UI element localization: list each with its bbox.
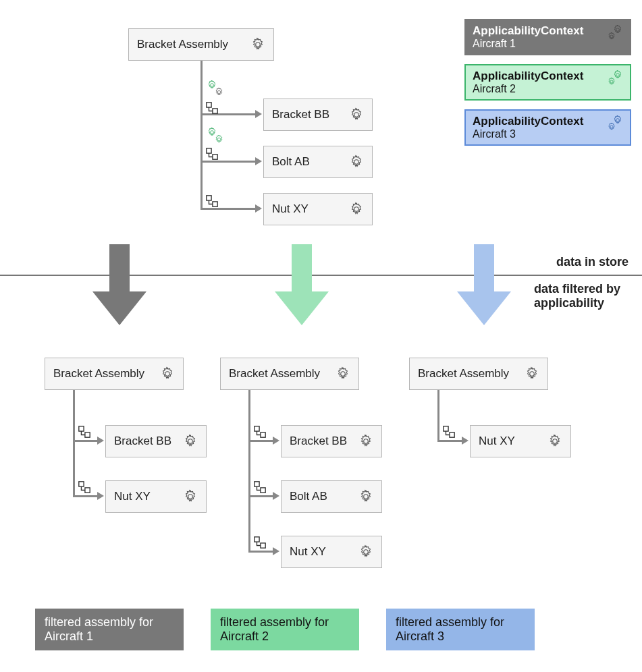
filtered1-child: Bracket BB xyxy=(105,425,207,457)
connector xyxy=(248,551,274,553)
arrow-icon xyxy=(273,492,279,500)
connector xyxy=(437,440,463,442)
caption-aircraft2: filtered assembly for Aircraft 2 xyxy=(211,609,359,650)
connector xyxy=(200,161,257,163)
filtered3-root: Bracket Assembly xyxy=(409,358,548,390)
double-gear-icon xyxy=(604,24,623,42)
child-label: Bracket BB xyxy=(272,108,349,121)
connector xyxy=(248,440,274,442)
context-sub: Aircraft 2 xyxy=(473,83,583,95)
filtered1-root: Bracket Assembly xyxy=(45,358,184,390)
double-gear-icon xyxy=(604,115,623,132)
context-title: ApplicabilityContext xyxy=(473,24,583,38)
arrow-icon xyxy=(462,437,469,445)
context-sub: Aircraft 3 xyxy=(473,128,583,140)
tree-trunk xyxy=(73,390,75,497)
gear-icon xyxy=(349,202,364,217)
gear-icon xyxy=(358,434,373,449)
tree-icon xyxy=(78,425,91,439)
connector xyxy=(73,495,99,497)
down-arrow-icon xyxy=(274,244,329,325)
label-data-filtered: data filtered by applicability xyxy=(534,282,628,310)
gear-icon xyxy=(250,37,265,52)
gear-icon xyxy=(349,155,364,169)
tree-trunk xyxy=(200,61,203,209)
label-data-in-store: data in store xyxy=(556,255,628,269)
child-label: Bolt AB xyxy=(272,155,349,169)
tree-icon xyxy=(78,480,91,494)
tree-icon xyxy=(442,425,456,439)
arrow-icon xyxy=(273,547,279,555)
arrow-icon xyxy=(255,204,262,213)
tree-icon xyxy=(253,425,267,439)
child-label: Nut XY xyxy=(114,490,183,503)
down-arrow-icon xyxy=(92,244,147,325)
connector xyxy=(248,495,274,497)
root-label: Bracket Assembly xyxy=(53,367,160,381)
tree-trunk xyxy=(248,390,250,552)
double-gear-icon xyxy=(604,69,623,87)
filtered3-child: Nut XY xyxy=(470,425,571,457)
gear-icon xyxy=(183,489,198,504)
child-node: Nut XY xyxy=(263,193,373,225)
tree-icon xyxy=(205,194,219,208)
context-badge-aircraft3: ApplicabilityContext Aircraft 3 xyxy=(464,109,631,146)
gear-icon xyxy=(336,366,350,381)
child-label: Bolt AB xyxy=(290,490,358,503)
tree-icon xyxy=(253,536,267,549)
context-title: ApplicabilityContext xyxy=(473,115,583,128)
context-sub: Aircraft 1 xyxy=(473,38,583,50)
gear-icon xyxy=(547,434,562,449)
arrow-icon xyxy=(97,492,104,500)
caption-aircraft3: filtered assembly for Aircraft 3 xyxy=(386,609,535,650)
filtered2-child: Bracket BB xyxy=(281,425,382,457)
root-label: Bracket Assembly xyxy=(418,367,525,381)
filtered2-root: Bracket Assembly xyxy=(220,358,359,390)
context-badge-aircraft2: ApplicabilityContext Aircraft 2 xyxy=(464,64,631,101)
root-label: Bracket Assembly xyxy=(229,367,336,381)
arrow-icon xyxy=(97,437,104,445)
context-badge-aircraft1: ApplicabilityContext Aircraft 1 xyxy=(464,19,631,55)
arrow-icon xyxy=(255,157,262,165)
gear-icon xyxy=(358,489,373,504)
gear-icon xyxy=(349,107,364,122)
child-label: Nut XY xyxy=(479,435,547,448)
filtered1-child: Nut XY xyxy=(105,480,207,513)
child-label: Bracket BB xyxy=(114,435,183,448)
context-gears-icon xyxy=(205,80,225,99)
gear-icon xyxy=(358,544,373,559)
tree-icon xyxy=(205,147,219,161)
context-title: ApplicabilityContext xyxy=(473,69,583,83)
context-gears-icon xyxy=(205,127,225,146)
arrow-icon xyxy=(273,437,279,445)
child-label: Nut XY xyxy=(272,202,349,216)
child-node: Bolt AB xyxy=(263,146,373,178)
filtered2-child: Nut XY xyxy=(281,536,382,568)
gear-icon xyxy=(160,366,175,381)
tree-trunk xyxy=(437,390,439,441)
filtered2-child: Bolt AB xyxy=(281,480,382,513)
arrow-icon xyxy=(255,110,262,118)
tree-icon xyxy=(253,480,267,494)
caption-aircraft1: filtered assembly for Aircraft 1 xyxy=(35,609,184,650)
root-label: Bracket Assembly xyxy=(137,38,250,51)
tree-icon xyxy=(205,101,219,115)
gear-icon xyxy=(525,366,539,381)
connector xyxy=(200,208,257,210)
connector xyxy=(73,440,99,442)
down-arrow-icon xyxy=(456,244,512,325)
child-label: Nut XY xyxy=(290,545,358,559)
gear-icon xyxy=(183,434,198,449)
child-node: Bracket BB xyxy=(263,99,373,131)
child-label: Bracket BB xyxy=(290,435,358,448)
root-node: Bracket Assembly xyxy=(128,28,274,61)
